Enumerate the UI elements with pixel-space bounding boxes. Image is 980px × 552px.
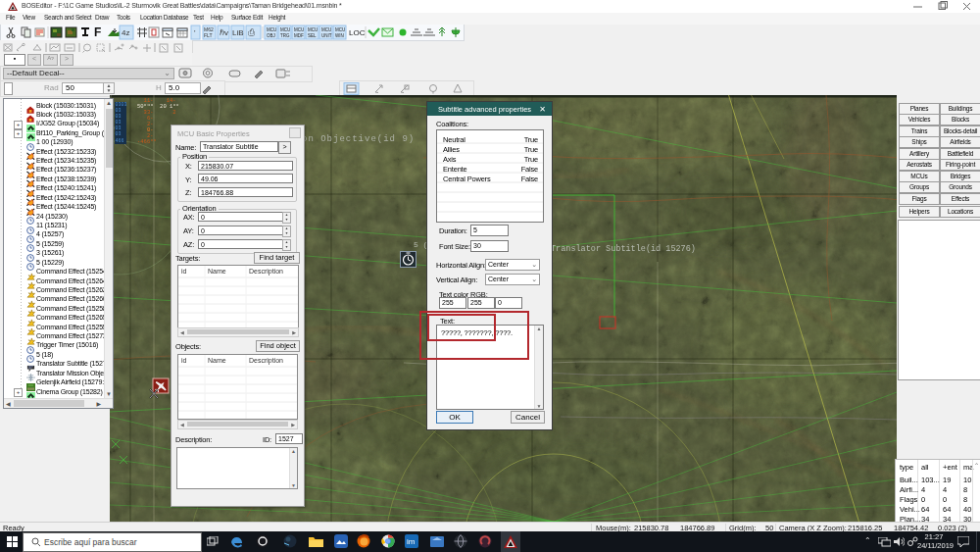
svg-text:MDF: MDF (294, 33, 304, 38)
svg-text:LiB: LiB (232, 28, 244, 37)
svg-text:LOC: LOC (349, 28, 366, 37)
svg-text:SEL: SEL (308, 33, 317, 38)
svg-text:MCU: MCU (308, 27, 318, 32)
svg-text:MCU: MCU (321, 27, 331, 32)
svg-text:OBJ: OBJ (267, 33, 275, 38)
svg-text:UNIT: UNIT (321, 33, 332, 38)
svg-text:MCU: MCU (335, 27, 345, 32)
svg-text:MCU: MCU (294, 27, 304, 32)
svg-text:ℏv: ℏv (220, 28, 228, 37)
svg-text:TRG: TRG (280, 33, 290, 38)
svg-text:MCU: MCU (280, 27, 290, 32)
svg-text:WIN: WIN (335, 33, 344, 38)
svg-text:im: im (407, 537, 416, 546)
svg-text:4z: 4z (122, 28, 129, 37)
svg-text:FLT: FLT (204, 32, 213, 38)
svg-text:⎙: ⎙ (248, 27, 255, 37)
svg-text:MCU: MCU (267, 27, 276, 32)
svg-text:F: F (94, 25, 101, 39)
